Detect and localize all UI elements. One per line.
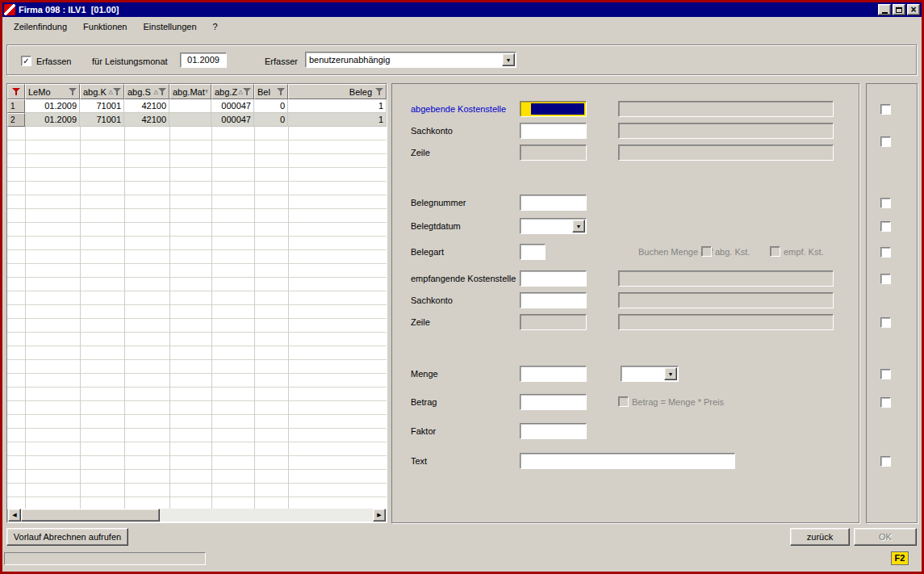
belegnummer-label: Belegnummer (411, 197, 466, 208)
menu-funktionen[interactable]: Funktionen (75, 19, 135, 34)
filter-icon (277, 88, 285, 95)
ok-button[interactable]: OK (854, 528, 917, 546)
menu-einstellungen[interactable]: Einstellungen (136, 19, 205, 34)
grid-header-abgmat[interactable]: abg.Mat (169, 84, 211, 99)
fix-checkbox-belegtdatum[interactable] (880, 221, 891, 232)
einheit-select[interactable]: ▼ (621, 366, 679, 382)
window-title: Firma 098 : ILV1 [01.00] (19, 5, 878, 15)
sachkonto-empf-description (618, 292, 834, 308)
fix-checkbox-belegnummer[interactable] (880, 198, 891, 208)
abgebende-kostenstelle-description (618, 101, 834, 117)
empfangende-kostenstelle-input[interactable] (520, 270, 587, 287)
zeile-abg-input (520, 145, 587, 161)
chevron-down-icon: ▼ (506, 57, 512, 63)
app-window: Firma 098 : ILV1 [01.00] × Zeilenfindung… (0, 0, 924, 574)
column-label: abg.K (83, 87, 107, 97)
scroll-left-button[interactable]: ◀ (8, 509, 21, 522)
column-label: LeMo (28, 87, 51, 97)
text-input[interactable] (520, 453, 735, 469)
belegtdatum-select[interactable]: ▼ (520, 218, 587, 234)
fix-checkbox-sachkonto-abg[interactable] (880, 136, 891, 147)
table-row[interactable]: 1 01.2009 71001 42100 000047 0 1 (7, 99, 387, 113)
grid-header-bel[interactable]: Bel (254, 84, 288, 99)
fix-checkbox-menge[interactable] (880, 369, 891, 379)
empf-kst-checkbox (770, 246, 780, 257)
minimize-button[interactable] (878, 4, 891, 15)
grid-header-abgk[interactable]: abg.K △ (80, 84, 124, 99)
abgebende-kostenstelle-input[interactable] (520, 101, 587, 117)
filter-icon-red (12, 88, 20, 95)
menge-input[interactable] (520, 366, 587, 382)
maximize-button[interactable] (893, 4, 905, 15)
zeile-empf-label: Zeile (411, 316, 430, 328)
cell-beleg: 1 (288, 113, 387, 127)
grid-header-abgz[interactable]: abg.Z △ (211, 84, 254, 99)
betrag-formel-label: Betrag = Menge * Preis (632, 396, 724, 408)
grid-empty-area (7, 127, 387, 509)
erfassen-label: Erfassen (36, 56, 71, 67)
scroll-right-button[interactable]: ▶ (373, 509, 386, 522)
sachkonto-empf-input[interactable] (520, 292, 587, 308)
fix-checkbox-betrag[interactable] (880, 397, 891, 408)
leistungsmonat-input[interactable]: 01.2009 (180, 52, 227, 68)
cell-abgs: 42100 (124, 99, 169, 113)
belegtdatum-dropdown-button[interactable]: ▼ (572, 220, 585, 233)
scroll-right-icon: ▶ (377, 512, 381, 518)
einheit-dropdown-button[interactable]: ▼ (664, 367, 677, 380)
menu-help[interactable]: ? (205, 19, 226, 34)
grid-header-abgs[interactable]: abg.S △ (124, 84, 169, 99)
scrollbar-thumb[interactable] (21, 509, 160, 522)
cell-abgk: 71001 (80, 113, 124, 127)
fix-checkbox-empfangende-kostenstelle[interactable] (880, 274, 891, 284)
cell-bel: 0 (254, 99, 288, 113)
faktor-label: Faktor (411, 425, 436, 437)
abg-kst-checkbox (701, 246, 712, 257)
belegart-label: Belegart (411, 246, 444, 258)
row-header[interactable]: 2 (7, 113, 25, 127)
zurueck-button[interactable]: zurück (790, 528, 850, 546)
erfasser-select[interactable]: benutzerunabhängig ▼ (305, 52, 516, 68)
filter-icon (113, 88, 121, 95)
app-icon[interactable] (4, 4, 15, 15)
abgebende-kostenstelle-label: abgebende Kostenstelle (411, 103, 506, 115)
close-button[interactable]: × (907, 4, 920, 15)
table-row[interactable]: 2 01.2009 71001 42100 000047 0 1 (7, 113, 387, 127)
cell-abgz: 000047 (211, 113, 254, 127)
fix-checkbox-belegart[interactable] (880, 247, 891, 258)
filter-icon (69, 88, 77, 95)
horizontal-scrollbar[interactable]: ◀ ▶ (8, 509, 386, 522)
column-label: Beleg (349, 87, 372, 97)
sachkonto-abg-label: Sachkonto (411, 125, 453, 136)
faktor-input[interactable] (520, 423, 587, 439)
menu-zeilenfindung[interactable]: Zeilenfindung (6, 19, 75, 34)
cell-abgk: 71001 (80, 99, 124, 113)
empfangende-kostenstelle-label: empfangende Kostenstelle (411, 273, 516, 284)
sachkonto-abg-input[interactable] (520, 123, 587, 139)
row-header[interactable]: 1 (7, 99, 25, 113)
filter-icon (158, 88, 166, 95)
betrag-input[interactable] (520, 394, 587, 410)
erfasser-label: Erfasser (265, 56, 298, 67)
betrag-label: Betrag (411, 396, 437, 408)
belegnummer-input[interactable] (520, 195, 587, 211)
grid-filter-all-header[interactable] (7, 84, 25, 99)
grid-header-beleg[interactable]: Beleg (288, 84, 387, 99)
sachkonto-empf-label: Sachkonto (411, 295, 453, 306)
zeile-empf-description (618, 314, 834, 330)
belegart-input[interactable] (520, 244, 546, 260)
fix-checkbox-abgebende-kostenstelle[interactable] (880, 104, 891, 115)
maximize-icon (896, 7, 902, 13)
zeile-abg-description (618, 145, 834, 161)
fix-checkbox-text[interactable] (880, 456, 891, 467)
menge-label: Menge (411, 368, 438, 379)
grid-header-row: LeMo abg.K △ abg.S △ abg.Mat abg.Z △ Bel (7, 84, 387, 99)
erfassen-checkbox[interactable]: ✓ (21, 56, 31, 66)
vorlauf-abrechnen-button[interactable]: Vorlauf Abrechnen aufrufen (6, 528, 128, 546)
sachkonto-abg-description (618, 123, 834, 139)
grid-header-lemo[interactable]: LeMo (25, 84, 80, 99)
fix-checkbox-zeile[interactable] (880, 317, 891, 328)
empfangende-kostenstelle-description (618, 270, 834, 287)
abg-kst-label: abg. Kst. (715, 246, 750, 258)
erfasser-dropdown-button[interactable]: ▼ (502, 53, 515, 66)
text-label: Text (411, 455, 427, 467)
